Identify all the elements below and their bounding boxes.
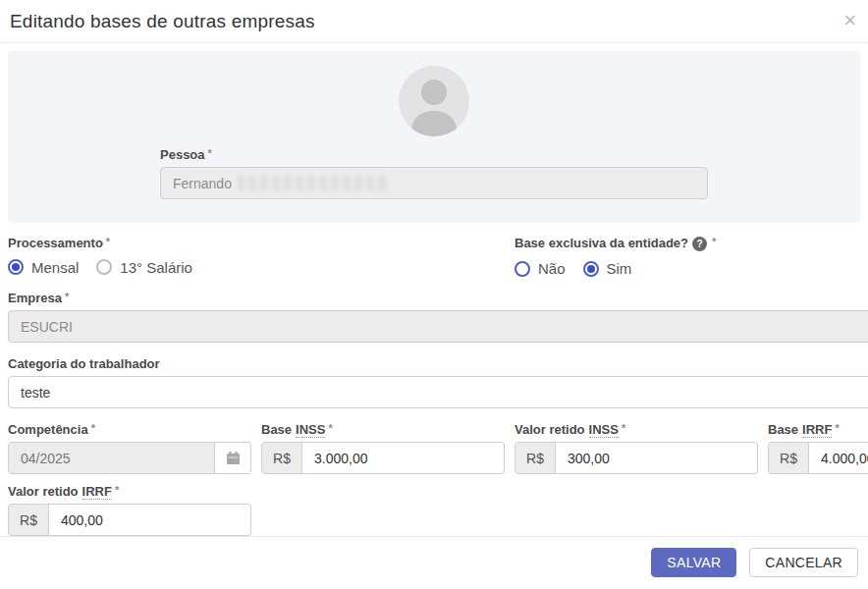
required-marker: * xyxy=(622,422,625,434)
radio-icon[interactable] xyxy=(8,259,24,275)
valor-retido-inss-field: Valor retidoINSS* R$ xyxy=(515,422,758,474)
required-marker: * xyxy=(835,422,839,434)
base-irrf-label: BaseIRRF* xyxy=(768,422,868,437)
base-inss-field: BaseINSS* R$ xyxy=(261,422,505,474)
base-inss-input[interactable] xyxy=(302,442,505,474)
valor-retido-inss-group: R$ xyxy=(515,442,758,474)
base-irrf-group: R$ xyxy=(768,442,868,474)
valor-retido-inss-input[interactable] xyxy=(556,442,758,474)
empresa-input: ESUCRI xyxy=(8,310,868,343)
modal-header: Editando bases de outras empresas × xyxy=(0,0,868,43)
processamento-radio-group: Mensal 13° Salário xyxy=(8,259,505,276)
competencia-field: Competência* 04/2025 xyxy=(8,422,251,474)
help-icon[interactable]: ? xyxy=(692,237,707,251)
radio-icon[interactable] xyxy=(583,261,599,277)
cancel-button[interactable]: CANCELAR xyxy=(749,548,858,577)
required-marker: * xyxy=(106,236,110,247)
person-panel: Pessoa* Fernando xyxy=(8,51,860,223)
modal-title: Editando bases de outras empresas xyxy=(10,11,315,32)
valor-retido-irrf-group: R$ xyxy=(8,504,251,536)
competencia-group: 04/2025 xyxy=(8,442,251,474)
base-inss-group: R$ xyxy=(261,442,505,474)
base-irrf-input[interactable] xyxy=(809,442,868,474)
categoria-field: Categoria do trabalhador teste × xyxy=(8,356,868,408)
radio-option-nao[interactable]: Não xyxy=(515,260,566,277)
empresa-label: Empresa* xyxy=(8,291,868,305)
currency-addon: R$ xyxy=(261,442,302,474)
radio-option-mensal[interactable]: Mensal xyxy=(8,259,79,276)
calendar-button[interactable] xyxy=(215,442,251,474)
processamento-field: Processamento* Mensal 13° Salário xyxy=(8,236,505,277)
radio-icon[interactable] xyxy=(96,259,112,275)
currency-addon: R$ xyxy=(8,504,49,536)
radio-option-13-salario[interactable]: 13° Salário xyxy=(96,259,192,276)
pessoa-field-block: Pessoa* Fernando xyxy=(160,147,708,199)
categoria-select[interactable]: teste × xyxy=(8,376,868,408)
valor-retido-irrf-input[interactable] xyxy=(49,504,251,536)
base-inss-label: BaseINSS* xyxy=(261,422,505,437)
base-exclusiva-label: Base exclusiva da entidade??* xyxy=(515,236,868,251)
modal-footer: SALVAR CANCELAR xyxy=(0,536,868,589)
form: Processamento* Mensal 13° Salário Base e… xyxy=(8,223,860,536)
required-marker: * xyxy=(91,422,95,434)
calendar-icon xyxy=(226,451,241,465)
competencia-label: Competência* xyxy=(8,422,251,437)
base-irrf-field: BaseIRRF* R$ xyxy=(768,422,868,474)
pessoa-label: Pessoa* xyxy=(160,147,708,162)
valor-retido-irrf-field: Valor retidoIRRF* R$ xyxy=(8,484,251,536)
currency-addon: R$ xyxy=(515,442,556,474)
radio-icon[interactable] xyxy=(515,261,530,277)
categoria-label: Categoria do trabalhador xyxy=(8,356,868,371)
base-exclusiva-radio-group: Não Sim xyxy=(515,260,868,277)
save-button[interactable]: SALVAR xyxy=(651,548,736,577)
currency-addon: R$ xyxy=(768,442,809,474)
competencia-input: 04/2025 xyxy=(8,442,215,474)
processamento-label: Processamento* xyxy=(8,236,505,250)
required-marker: * xyxy=(328,422,332,434)
avatar xyxy=(399,66,469,136)
required-marker: * xyxy=(208,147,212,159)
person-silhouette-icon xyxy=(399,66,469,136)
radio-option-sim[interactable]: Sim xyxy=(583,260,632,277)
required-marker: * xyxy=(115,484,119,496)
empresa-field: Empresa* ESUCRI xyxy=(8,291,868,343)
valor-retido-irrf-label: Valor retidoIRRF* xyxy=(8,484,251,499)
pessoa-input: Fernando xyxy=(160,167,708,199)
close-icon[interactable]: × xyxy=(843,11,856,30)
required-marker: * xyxy=(712,236,716,247)
valor-retido-inss-label: Valor retidoINSS* xyxy=(515,422,758,437)
required-marker: * xyxy=(65,291,69,302)
base-exclusiva-field: Base exclusiva da entidade??* Não Sim xyxy=(515,236,868,277)
redacted-text xyxy=(238,176,387,190)
